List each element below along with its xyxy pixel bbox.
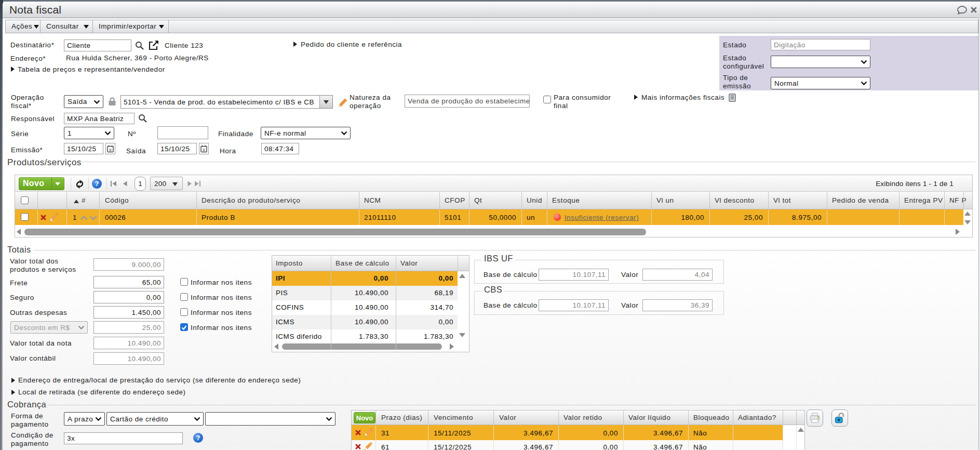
svg-text:8: 8 [203,147,205,152]
svg-text:8: 8 [109,147,112,152]
